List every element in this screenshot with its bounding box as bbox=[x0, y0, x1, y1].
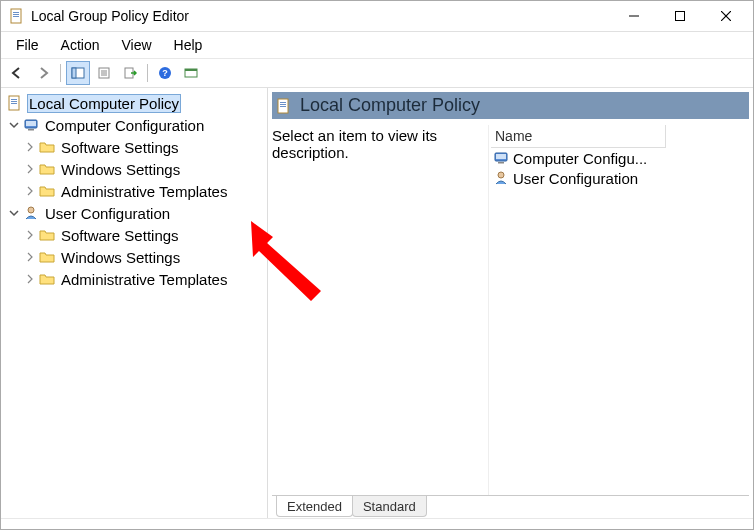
list-item-label: User Configuration bbox=[513, 170, 638, 187]
toolbar: ? bbox=[1, 59, 753, 88]
svg-point-26 bbox=[28, 207, 34, 213]
help-button[interactable]: ? bbox=[153, 61, 177, 85]
expand-collapse-icon[interactable] bbox=[7, 206, 21, 220]
tree-item-local-computer-policy[interactable]: Local Computer Policy bbox=[3, 92, 265, 114]
folder-icon bbox=[39, 271, 55, 287]
details-title: Local Computer Policy bbox=[300, 95, 480, 116]
svg-rect-28 bbox=[280, 102, 286, 103]
tree-item-label: Windows Settings bbox=[59, 248, 182, 267]
svg-rect-24 bbox=[26, 121, 36, 126]
tab-extended[interactable]: Extended bbox=[276, 496, 353, 517]
expand-collapse-icon[interactable] bbox=[23, 272, 37, 286]
expand-collapse-icon[interactable] bbox=[23, 162, 37, 176]
folder-icon bbox=[39, 227, 55, 243]
list-item-user-configuration[interactable]: User Configuration bbox=[491, 168, 749, 188]
list-column: Name Computer Configu... User Configurat… bbox=[488, 125, 749, 495]
tree-item-user-configuration[interactable]: User Configuration bbox=[3, 202, 265, 224]
tree-item-software-settings[interactable]: Software Settings bbox=[3, 224, 265, 246]
tree-item-label: Computer Configuration bbox=[43, 116, 206, 135]
expand-collapse-icon[interactable] bbox=[23, 184, 37, 198]
svg-rect-9 bbox=[72, 68, 76, 78]
tree-item-label: Administrative Templates bbox=[59, 270, 229, 289]
menu-file[interactable]: File bbox=[5, 34, 50, 56]
forward-button[interactable] bbox=[31, 61, 55, 85]
menu-help[interactable]: Help bbox=[163, 34, 214, 56]
tree-item-label: Software Settings bbox=[59, 226, 181, 245]
user-icon bbox=[23, 205, 39, 221]
policy-icon bbox=[276, 98, 292, 114]
view-tabs: Extended Standard bbox=[272, 495, 749, 517]
properties-button[interactable] bbox=[92, 61, 116, 85]
back-button[interactable] bbox=[5, 61, 29, 85]
svg-text:?: ? bbox=[162, 68, 168, 78]
app-icon bbox=[9, 8, 25, 24]
svg-rect-3 bbox=[13, 16, 19, 17]
list-item-label: Computer Configu... bbox=[513, 150, 647, 167]
content-area: Local Computer Policy Computer Configura… bbox=[1, 88, 753, 518]
svg-rect-29 bbox=[280, 104, 286, 105]
svg-point-34 bbox=[498, 172, 504, 178]
computer-icon bbox=[23, 117, 39, 133]
folder-icon bbox=[39, 183, 55, 199]
minimize-button[interactable] bbox=[611, 1, 657, 31]
tree-item-administrative-templates[interactable]: Administrative Templates bbox=[3, 268, 265, 290]
tree-item-label: User Configuration bbox=[43, 204, 172, 223]
maximize-button[interactable] bbox=[657, 1, 703, 31]
details-body: Select an item to view its description. … bbox=[272, 125, 749, 496]
expand-collapse-icon[interactable] bbox=[23, 250, 37, 264]
svg-rect-18 bbox=[185, 69, 197, 71]
folder-icon bbox=[39, 249, 55, 265]
svg-rect-33 bbox=[498, 162, 504, 164]
details-pane: Local Computer Policy Select an item to … bbox=[268, 88, 753, 518]
tree-item-computer-configuration[interactable]: Computer Configuration bbox=[3, 114, 265, 136]
tree-item-label: Windows Settings bbox=[59, 160, 182, 179]
svg-rect-5 bbox=[676, 12, 685, 21]
computer-icon bbox=[493, 150, 509, 166]
close-button[interactable] bbox=[703, 1, 749, 31]
details-header: Local Computer Policy bbox=[272, 92, 749, 119]
policy-icon bbox=[7, 95, 23, 111]
svg-rect-21 bbox=[11, 101, 17, 102]
folder-icon bbox=[39, 139, 55, 155]
svg-rect-2 bbox=[13, 14, 19, 15]
tree-item-label: Software Settings bbox=[59, 138, 181, 157]
tree-item-windows-settings[interactable]: Windows Settings bbox=[3, 158, 265, 180]
svg-rect-1 bbox=[13, 12, 19, 13]
toolbar-separator bbox=[147, 64, 148, 82]
expand-collapse-icon[interactable] bbox=[23, 140, 37, 154]
tree-pane: Local Computer Policy Computer Configura… bbox=[1, 88, 268, 518]
tree-item-software-settings[interactable]: Software Settings bbox=[3, 136, 265, 158]
menu-view[interactable]: View bbox=[110, 34, 162, 56]
titlebar: Local Group Policy Editor bbox=[1, 1, 753, 32]
window-root: Local Group Policy Editor File Action Vi… bbox=[0, 0, 754, 530]
export-button[interactable] bbox=[118, 61, 142, 85]
svg-rect-25 bbox=[28, 129, 34, 131]
expand-collapse-icon[interactable] bbox=[7, 118, 21, 132]
description-column: Select an item to view its description. bbox=[272, 125, 488, 495]
tree-item-label: Administrative Templates bbox=[59, 182, 229, 201]
user-icon bbox=[493, 170, 509, 186]
tree-item-label: Local Computer Policy bbox=[27, 94, 181, 113]
statusbar bbox=[1, 518, 753, 529]
tree-item-administrative-templates[interactable]: Administrative Templates bbox=[3, 180, 265, 202]
toolbar-separator bbox=[60, 64, 61, 82]
show-hide-tree-button[interactable] bbox=[66, 61, 90, 85]
folder-icon bbox=[39, 161, 55, 177]
svg-rect-22 bbox=[11, 103, 17, 104]
svg-rect-30 bbox=[280, 106, 286, 107]
list-item-computer-configuration[interactable]: Computer Configu... bbox=[491, 148, 749, 168]
filter-button[interactable] bbox=[179, 61, 203, 85]
menu-action[interactable]: Action bbox=[50, 34, 111, 56]
svg-rect-32 bbox=[496, 154, 506, 159]
description-text: Select an item to view its description. bbox=[272, 127, 437, 161]
menubar: File Action View Help bbox=[1, 32, 753, 59]
expand-collapse-icon[interactable] bbox=[23, 228, 37, 242]
tab-standard[interactable]: Standard bbox=[352, 496, 427, 517]
svg-rect-20 bbox=[11, 99, 17, 100]
tree-item-windows-settings[interactable]: Windows Settings bbox=[3, 246, 265, 268]
window-title: Local Group Policy Editor bbox=[31, 8, 189, 24]
column-header-name[interactable]: Name bbox=[491, 125, 666, 148]
